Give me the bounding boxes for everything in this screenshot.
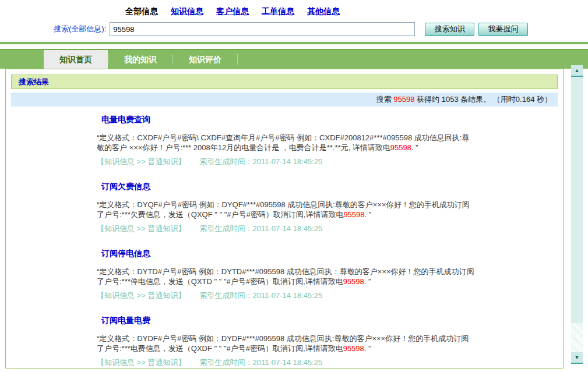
nav-item-knowledge-info[interactable]: 知识信息 (171, 6, 203, 16)
tab-my-knowledge[interactable]: 我的知识 (108, 50, 172, 69)
search-input[interactable] (110, 22, 415, 36)
scrollbar-track[interactable] (571, 323, 583, 352)
tab-knowledge-rating[interactable]: 知识评价 (173, 50, 237, 69)
result-category: 【知识信息 >> 普通知识】 (97, 224, 185, 233)
result-title-link[interactable]: 订阅电量电费 (101, 316, 150, 326)
result-title-link[interactable]: 订阅欠费信息 (101, 182, 150, 192)
result-body: “定义格式：DYQF#户号#密码 例如：DYQF#***#095598 成功信息… (97, 200, 474, 219)
result-meta: 【知识信息 >> 普通知识】索引生成时间：2011-07-14 18:45:25 (97, 290, 474, 301)
result-body: “定义格式：CXDF#户号#密码\ CXDF#查询年月#户号#密码 例如：CXD… (97, 133, 474, 153)
hotline-number: 95598 (343, 277, 364, 286)
header-divider (0, 42, 588, 44)
result-body: “定义格式：DYTD#户号#密码 例如：DYTD#***#095598 成功信息… (97, 267, 474, 286)
result-meta: 【知识信息 >> 普通知识】索引生成时间：2011-07-14 18:45:25 (97, 357, 474, 368)
search-buttons: 搜索知识 我要提问 (421, 23, 528, 36)
result-text: . ” (364, 344, 371, 353)
vertical-scrollbar[interactable]: ▲ ▼ (571, 65, 583, 364)
summary-suffix: 获得约 1053 条结果。 （用时0.164 秒） (414, 95, 552, 104)
result-text: “定义格式：DYQF#户号#密码 例如：DYQF#***#095598 成功信息… (97, 200, 470, 219)
summary-prefix: 搜索 (376, 95, 394, 104)
tab-separator (237, 54, 238, 65)
result-body: “定义格式：DYDF#户号#密码 例如：DYDF#***#095598 成功信息… (97, 334, 474, 353)
result-text: “定义格式：DYTD#户号#密码 例如：DYTD#***#095598 成功信息… (97, 267, 474, 286)
search-label: 搜索(全部信息): (54, 24, 106, 34)
result-text: . ” (365, 210, 372, 219)
nav-item-other-info[interactable]: 其他信息 (307, 6, 340, 16)
results-list: 电量电费查询 “定义格式：CXDF#户号#密码\ CXDF#查询年月#户号#密码… (97, 107, 474, 368)
search-knowledge-button[interactable]: 搜索知识 (425, 23, 474, 36)
result-title-link[interactable]: 电量电费查询 (101, 115, 150, 125)
result-text: “定义格式：DYDF#户号#密码 例如：DYDF#***#095598 成功信息… (97, 334, 469, 353)
result-category: 【知识信息 >> 普通知识】 (97, 291, 185, 300)
result-category: 【知识信息 >> 普通知识】 (97, 358, 185, 367)
result-text: . ” (411, 143, 418, 152)
result-meta: 【知识信息 >> 普通知识】索引生成时间：2011-07-14 18:45:25 (97, 157, 474, 167)
result-meta: 【知识信息 >> 普通知识】索引生成时间：2011-07-14 18:45:25 (97, 224, 474, 234)
nav-item-customer-info[interactable]: 客户信息 (216, 6, 249, 16)
hotline-number: 95598 (343, 210, 364, 219)
result-item: 电量电费查询 “定义格式：CXDF#户号#密码\ CXDF#查询年月#户号#密码… (97, 107, 474, 167)
search-summary: 搜索 95598 获得约 1053 条结果。 （用时0.164 秒） (11, 93, 558, 107)
result-text: . ” (364, 277, 371, 286)
result-title-link[interactable]: 订阅停电信息 (101, 249, 150, 259)
result-item: 订阅停电信息 “定义格式：DYTD#户号#密码 例如：DYTD#***#0955… (97, 234, 474, 301)
result-category: 【知识信息 >> 普通知识】 (97, 157, 185, 166)
panel-title: 搜索结果 (11, 75, 558, 89)
hotline-number: 95598 (343, 344, 364, 353)
summary-keyword: 95598 (393, 95, 414, 104)
nav-item-workorder-info[interactable]: 工单信息 (262, 6, 294, 16)
result-item: 订阅欠费信息 “定义格式：DYQF#户号#密码 例如：DYQF#***#0955… (97, 167, 474, 234)
ask-question-button[interactable]: 我要提问 (478, 23, 528, 36)
scroll-down-arrow-icon[interactable]: ▼ (571, 352, 583, 364)
search-results-panel: 搜索结果 搜索 95598 获得约 1053 条结果。 （用时0.164 秒） … (5, 69, 564, 369)
result-index-time: 索引生成时间：2011-07-14 18:45:25 (199, 358, 322, 367)
result-item: 订阅电量电费 “定义格式：DYDF#户号#密码 例如：DYDF#***#0955… (97, 301, 474, 368)
search-bar: 搜索(全部信息): 搜索知识 我要提问 (54, 22, 588, 36)
result-index-time: 索引生成时间：2011-07-14 18:45:25 (199, 224, 322, 233)
result-index-time: 索引生成时间：2011-07-14 18:45:25 (199, 157, 322, 166)
scroll-up-arrow-icon[interactable]: ▲ (571, 65, 583, 77)
nav-item-all-info[interactable]: 全部信息 (125, 6, 158, 16)
result-index-time: 索引生成时间：2011-07-14 18:45:25 (199, 291, 322, 300)
top-nav: 全部信息知识信息客户信息工单信息其他信息 (0, 0, 588, 17)
hotline-number: 95598 (390, 143, 411, 152)
scrollbar-thumb[interactable] (571, 77, 583, 323)
tab-knowledge-home[interactable]: 知识首页 (44, 50, 108, 69)
tab-bar: 知识首页 我的知识 知识评价 (0, 49, 588, 69)
